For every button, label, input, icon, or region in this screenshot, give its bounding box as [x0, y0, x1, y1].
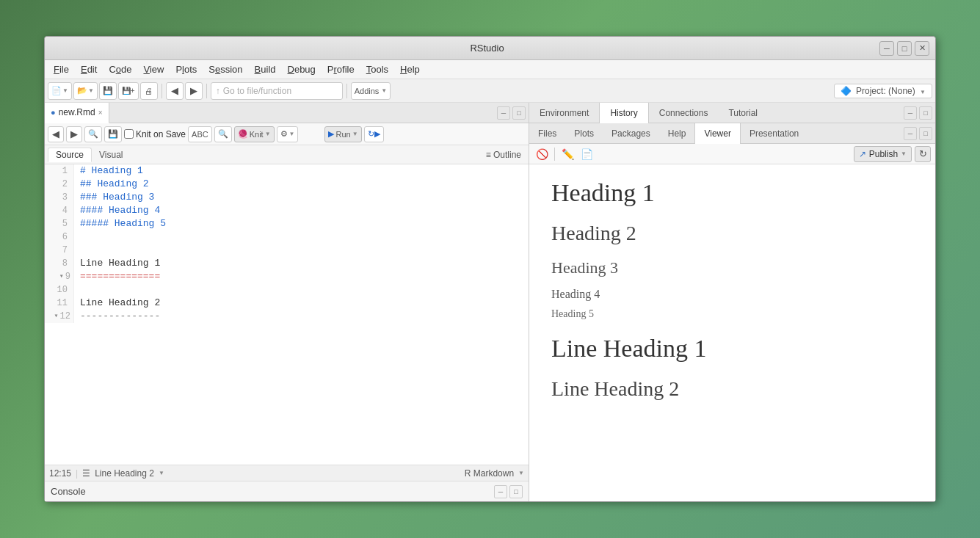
maximize-button[interactable]: □ [897, 41, 912, 56]
line-content-2: ## Heading 2 [74, 178, 149, 191]
tab-history[interactable]: History [599, 103, 648, 123]
preview-heading-2: Heading 2 [551, 222, 913, 245]
new-file-btn[interactable]: 📄 ▼ [48, 82, 72, 100]
code-editor[interactable]: 1 # Heading 1 2 ## Heading 2 3 ### Headi… [45, 164, 529, 465]
publish-btn[interactable]: ↗ Publish ▼ [854, 146, 912, 162]
search-btn[interactable]: 🔍 [214, 126, 232, 142]
tab-presentation[interactable]: Presentation [741, 123, 807, 144]
right-top-collapse[interactable]: ─ [904, 106, 917, 120]
run-btn[interactable]: ▶ Run ▼ [324, 126, 361, 142]
re-run-btn[interactable]: ↻▶ [364, 126, 384, 142]
options-arrow: ▼ [289, 131, 295, 137]
knit-on-save-check[interactable]: Knit on Save [124, 129, 186, 139]
tab-environment[interactable]: Environment [529, 103, 599, 123]
forward-btn[interactable]: ▶ [185, 82, 203, 100]
addins-arrow: ▼ [381, 87, 387, 94]
menu-view[interactable]: View [137, 62, 170, 76]
project-selector[interactable]: 🔷 Project: (None) ▼ [834, 84, 932, 98]
run-icon: ▶ [328, 129, 334, 139]
open-icon: 📂 [77, 86, 87, 95]
tab-connections[interactable]: Connections [649, 103, 719, 123]
new-dropdown-arrow: ▼ [62, 87, 68, 94]
find-replace-btn[interactable]: 🔍 [84, 126, 102, 142]
project-icon: 🔷 [841, 86, 852, 96]
tab-packages[interactable]: Packages [603, 123, 659, 144]
menu-build[interactable]: Build [249, 62, 282, 76]
code-line-2: 2 ## Heading 2 [45, 178, 529, 191]
tab-viewer[interactable]: Viewer [694, 123, 740, 144]
redo-btn[interactable]: ▶ [66, 126, 82, 142]
viewer-clear-btn[interactable]: 🚫 [534, 146, 550, 162]
spell-check-label: ABC [192, 130, 208, 139]
code-line-6: 6 [45, 230, 529, 244]
tab-plots[interactable]: Plots [565, 123, 603, 144]
tab-tutorial[interactable]: Tutorial [718, 103, 768, 123]
main-toolbar: 📄 ▼ 📂 ▼ 💾 💾+ 🖨 ◀ ▶ ↑ Go to file/function… [45, 79, 935, 103]
arrow-icon: ↑ [216, 86, 220, 96]
code-line-12: ▾12 -------------- [45, 310, 529, 323]
menu-file[interactable]: File [48, 62, 75, 76]
refresh-btn[interactable]: ↻ [915, 146, 931, 162]
knit-checkbox-input[interactable] [124, 129, 134, 139]
console-collapse-btn[interactable]: ─ [494, 485, 507, 498]
knit-btn[interactable]: 🧶 Knit ▼ [234, 126, 275, 142]
editor-expand-btn[interactable]: □ [512, 106, 526, 120]
save-editor-btn[interactable]: 💾 [104, 126, 122, 142]
menu-code[interactable]: Code [103, 62, 137, 76]
back-btn[interactable]: ◀ [166, 82, 184, 100]
undo-btn[interactable]: ◀ [48, 126, 64, 142]
knit-label: Knit [250, 130, 264, 139]
editor-collapse-btn[interactable]: ─ [497, 106, 510, 120]
preview-heading-1: Heading 1 [551, 179, 913, 207]
source-visual-bar: Source Visual ≡ Outline [45, 145, 529, 164]
tab-files[interactable]: Files [529, 123, 565, 144]
publish-label: Publish [869, 149, 898, 159]
goto-input[interactable]: ↑ Go to file/function [211, 82, 343, 100]
options-btn[interactable]: ⚙ ▼ [277, 126, 299, 142]
console-expand-btn[interactable]: □ [509, 485, 523, 498]
line-num-12: ▾12 [45, 310, 74, 323]
tab-help[interactable]: Help [659, 123, 695, 144]
editor-tab-bar: ● new.Rmd × ─ □ [45, 103, 529, 123]
visual-tab[interactable]: Visual [92, 148, 130, 161]
menu-session[interactable]: Session [203, 62, 248, 76]
code-line-5: 5 ##### Heading 5 [45, 217, 529, 230]
minimize-button[interactable]: ─ [879, 41, 894, 56]
menu-plots[interactable]: Plots [170, 62, 203, 76]
menu-help[interactable]: Help [394, 62, 426, 76]
viewer-forward-btn[interactable]: 📄 [578, 146, 595, 162]
line-content-9: ============== [74, 270, 160, 283]
source-tab[interactable]: Source [48, 148, 92, 162]
spell-check-btn[interactable]: ABC [188, 126, 212, 142]
addins-btn[interactable]: Addins ▼ [351, 82, 391, 100]
close-button[interactable]: ✕ [915, 41, 929, 56]
viewer-toolbar: 🚫 ✏️ 📄 ↗ Publish ▼ ↻ [529, 144, 935, 164]
main-area: ● new.Rmd × ─ □ ◀ ▶ 🔍 💾 Knit on Save [45, 103, 935, 501]
cursor-position: 12:15 [49, 468, 71, 479]
menu-edit[interactable]: Edit [75, 62, 103, 76]
line-num-6: 6 [45, 230, 74, 244]
status-context: Line Heading 2 [95, 468, 154, 479]
editor-tab-name: new.Rmd [59, 107, 95, 117]
outline-btn[interactable]: ≡ Outline [482, 148, 526, 161]
menu-tools[interactable]: Tools [360, 62, 394, 76]
console-panel: Console ─ □ [45, 481, 529, 501]
save-btn[interactable]: 💾 [99, 82, 117, 100]
right-top-expand[interactable]: □ [919, 106, 932, 120]
editor-tab-new-rmd[interactable]: ● new.Rmd × [45, 103, 109, 123]
menu-profile[interactable]: Profile [322, 62, 360, 76]
preview-heading-5: Heading 5 [551, 308, 913, 320]
menu-debug[interactable]: Debug [282, 62, 322, 76]
editor-tab-close-btn[interactable]: × [98, 109, 103, 117]
line-num-4: 4 [45, 204, 74, 217]
new-file-icon: 📄 [51, 86, 62, 95]
open-file-btn[interactable]: 📂 ▼ [73, 82, 98, 100]
code-line-8: 8 Line Heading 1 [45, 257, 529, 270]
files-collapse[interactable]: ─ [904, 127, 917, 140]
print-btn[interactable]: 🖨 [140, 82, 158, 100]
toolbar-sep-3 [346, 84, 347, 98]
files-expand[interactable]: □ [919, 127, 932, 140]
viewer-back-btn[interactable]: ✏️ [559, 146, 576, 162]
line-num-10: 10 [45, 283, 74, 297]
save-all-btn[interactable]: 💾+ [118, 82, 139, 100]
